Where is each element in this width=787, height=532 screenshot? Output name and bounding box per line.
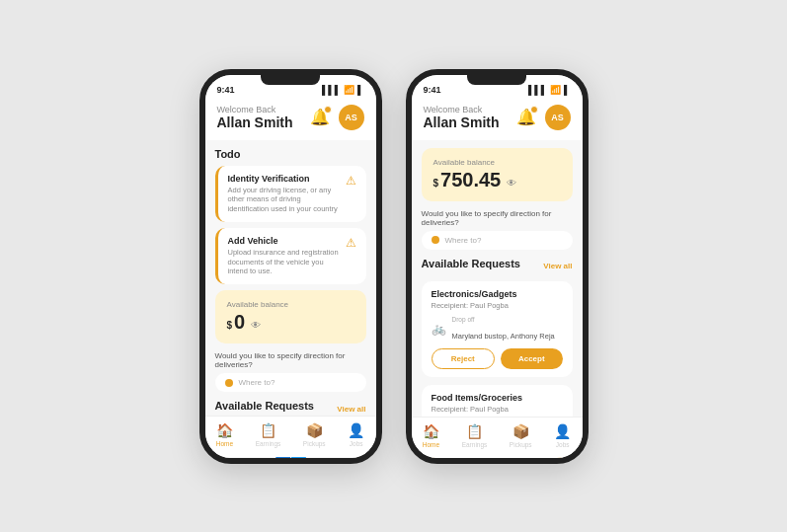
header-right-left: 🔔 AS <box>307 105 364 130</box>
nav-jobs-right[interactable]: 👤 Jobs <box>554 423 571 448</box>
pickups-icon-left: 📦 <box>306 423 323 439</box>
nav-home-label-left: Home <box>216 441 233 448</box>
welcome-text-left: Welcome Back <box>217 105 293 114</box>
location-dot-right <box>432 236 439 244</box>
header-icons-right: 🔔 AS <box>513 105 571 130</box>
requests-title-right: Available Requests <box>422 258 520 269</box>
todo-identity-card[interactable]: Identity Verification Add your driving l… <box>215 166 366 222</box>
nav-pickups-label-right: Pickups <box>510 441 532 448</box>
battery-icon-right: ▌ <box>564 85 570 95</box>
balance-label-right: Available balance <box>433 158 561 167</box>
bike-icon-0: 🚲 <box>432 322 446 336</box>
signal-icon-left: ▌▌▌ <box>322 85 341 95</box>
balance-card-left: Available balance $ 0 👁 <box>215 290 366 343</box>
location-text-0: Maryland bustop, Anthony Reja <box>452 332 555 341</box>
balance-value-right: 750.45 <box>440 169 501 191</box>
requests-header-left: Available Requests View all <box>215 400 366 418</box>
direction-section-right: Would you like to specify direction for … <box>422 209 573 250</box>
balance-dollar-sign-right: $ <box>433 178 439 189</box>
location-dot-left <box>225 379 233 387</box>
screen-right: 9:41 ▌▌▌ 📶 ▌ Welcome Back Allan Smith 🔔 … <box>412 75 583 458</box>
status-icons-right: ▌▌▌ 📶 ▌ <box>528 85 571 95</box>
home-icon-left: 🏠 <box>216 423 233 439</box>
phone-notch-right <box>467 75 526 85</box>
nav-pickups-right[interactable]: 📦 Pickups <box>510 423 532 448</box>
request-actions-0: Reject Accept <box>432 348 563 369</box>
notification-badge-right <box>530 106 538 114</box>
phone-left: 9:41 ▌▌▌ 📶 ▌ Welcome Back Allan Smith 🔔 … <box>199 69 382 464</box>
view-all-right[interactable]: View all <box>543 262 572 270</box>
todo-identity-content: Identity Verification Add your driving l… <box>228 174 342 214</box>
app-header-left: Welcome Back Allan Smith 🔔 AS <box>205 99 376 140</box>
accept-button-0[interactable]: Accept <box>501 348 563 369</box>
nav-earnings-right[interactable]: 📋 Earnings <box>462 423 488 448</box>
user-name-left: Allan Smith <box>217 114 293 130</box>
direction-label-left: Would you like to specify direction for … <box>215 351 366 369</box>
wifi-icon-right: 📶 <box>550 85 561 95</box>
view-all-left[interactable]: View all <box>337 405 365 414</box>
welcome-text-right: Welcome Back <box>424 105 500 114</box>
nav-home-label-right: Home <box>423 441 439 448</box>
nav-home-left[interactable]: 🏠 Home <box>216 423 233 448</box>
time-right: 9:41 <box>424 85 441 95</box>
earnings-icon-left: 📋 <box>260 423 276 439</box>
todo-vehicle-content: Add Vehicle Upload insurance and registr… <box>228 236 342 276</box>
eye-icon-right[interactable]: 👁 <box>507 178 516 189</box>
bottom-nav-right: 🏠 Home 📋 Earnings 📦 Pickups 👤 Jobs <box>412 417 583 458</box>
direction-input-left[interactable]: Where to? <box>215 373 366 392</box>
header-left-info: Welcome Back Allan Smith <box>217 105 293 130</box>
notification-badge-left <box>324 106 332 114</box>
nav-pickups-label-left: Pickups <box>303 441 326 448</box>
nav-pickups-left[interactable]: 📦 Pickups <box>303 423 326 448</box>
content-right: Available balance $ 750.45 👁 Would you l… <box>412 140 583 458</box>
nav-home-right[interactable]: 🏠 Home <box>423 423 439 448</box>
phone-right: 9:41 ▌▌▌ 📶 ▌ Welcome Back Allan Smith 🔔 … <box>406 69 589 464</box>
request-card-0: Electronics/Gadgets Receipient: Paul Pog… <box>422 281 573 377</box>
screen-left: 9:41 ▌▌▌ 📶 ▌ Welcome Back Allan Smith 🔔 … <box>205 75 376 458</box>
balance-amount-right: $ 750.45 👁 <box>433 169 561 191</box>
requests-header-right: Available Requests View all <box>422 258 573 275</box>
request-location-0: 🚲 Drop off Maryland bustop, Anthony Reja <box>432 316 563 342</box>
phone-notch-left <box>261 75 320 85</box>
todo-vehicle-desc: Upload insurance and registration docume… <box>228 248 342 276</box>
avatar-right[interactable]: AS <box>545 105 571 130</box>
battery-icon-left: ▌ <box>357 85 363 95</box>
balance-dollar-sign-left: $ <box>227 320 233 331</box>
balance-card-right: Available balance $ 750.45 👁 <box>422 148 573 201</box>
request-recipient-0: Receipient: Paul Pogba <box>432 301 563 310</box>
earnings-icon-right: 📋 <box>466 423 483 439</box>
nav-earnings-label-left: Earnings <box>256 441 281 448</box>
status-icons-left: ▌▌▌ 📶 ▌ <box>322 85 364 95</box>
todo-identity-title: Identity Verification <box>228 174 342 184</box>
content-left: Todo Identity Verification Add your driv… <box>205 140 376 458</box>
where-to-placeholder-right: Where to? <box>445 236 482 245</box>
nav-jobs-left[interactable]: 👤 Jobs <box>348 423 364 448</box>
requests-title-left: Available Requests <box>215 400 314 412</box>
nav-earnings-label-right: Earnings <box>462 441 488 448</box>
balance-label-left: Available balance <box>227 300 354 309</box>
wifi-icon-left: 📶 <box>344 85 354 95</box>
jobs-icon-left: 👤 <box>348 423 364 439</box>
nav-jobs-label-left: Jobs <box>350 441 363 448</box>
todo-vehicle-card[interactable]: Add Vehicle Upload insurance and registr… <box>215 228 366 284</box>
app-header-right: Welcome Back Allan Smith 🔔 AS <box>412 99 583 140</box>
todo-vehicle-title: Add Vehicle <box>228 236 342 246</box>
home-icon-right: 🏠 <box>423 423 439 439</box>
direction-label-right: Would you like to specify direction for … <box>422 209 573 227</box>
eye-icon-left[interactable]: 👁 <box>251 320 261 331</box>
direction-section-left: Would you like to specify direction for … <box>215 351 366 392</box>
pickups-icon-right: 📦 <box>512 423 529 439</box>
user-name-right: Allan Smith <box>424 114 500 130</box>
notification-bell-right[interactable]: 🔔 <box>513 105 539 130</box>
header-right-info: Welcome Back Allan Smith <box>424 105 500 130</box>
nav-earnings-left[interactable]: 📋 Earnings <box>256 423 281 448</box>
notification-bell-left[interactable]: 🔔 <box>307 105 333 130</box>
balance-amount-left: $ 0 👁 <box>227 311 354 334</box>
jobs-icon-right: 👤 <box>554 423 571 439</box>
bottom-nav-left: 🏠 Home 📋 Earnings 📦 Pickups 👤 Jobs <box>205 417 376 458</box>
reject-button-0[interactable]: Reject <box>432 348 496 369</box>
time-left: 9:41 <box>217 85 235 95</box>
direction-input-right[interactable]: Where to? <box>422 231 573 250</box>
signal-icon-right: ▌▌▌ <box>528 85 547 95</box>
avatar-left[interactable]: AS <box>339 105 364 130</box>
